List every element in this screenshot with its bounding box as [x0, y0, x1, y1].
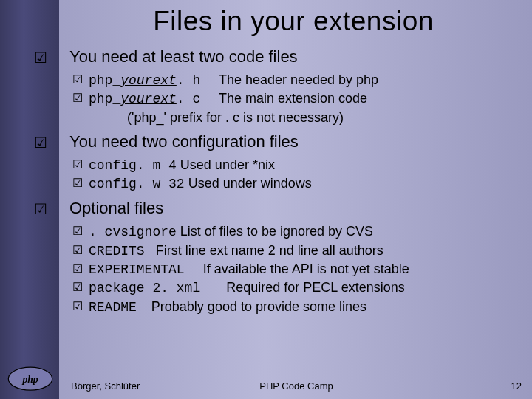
sidebar-stripe: [0, 0, 59, 399]
file-name: CREDITS: [89, 244, 145, 259]
file-mid: yourext: [120, 92, 177, 106]
section-code-files: ☑ You need at least two code files ☑ php…: [69, 47, 517, 126]
check-icon: ☑: [72, 157, 83, 173]
item-list: ☑ . cvsignore List of files to be ignore…: [69, 222, 517, 316]
slide-content: Files in your extension ☑ You need at le…: [59, 0, 532, 399]
list-item: ☑ CREDITS First line ext name 2 nd line …: [89, 242, 517, 260]
check-icon: ☑: [34, 200, 47, 218]
list-item: ☑ config. m 4 Used under *nix: [89, 156, 517, 174]
file-name: . cvsignore: [89, 225, 177, 239]
check-icon: ☑: [72, 90, 83, 106]
list-item: ☑ EXPERIMENTAL If available the API is n…: [89, 260, 517, 279]
list-item: ☑ config. w 32 Used under windows: [89, 174, 517, 193]
file-name: config. w 32: [89, 177, 185, 191]
file-desc: The main extension code: [219, 91, 367, 106]
file-desc: Required for PECL extensions: [226, 280, 404, 295]
slide-footer: Börger, Schlüter PHP Code Camp 12: [71, 381, 522, 392]
file-desc: Used under *nix: [180, 157, 275, 172]
section-heading: Optional files: [69, 199, 517, 218]
section-heading: You need two configuration files: [69, 132, 517, 151]
file-desc: The header needed by php: [219, 72, 378, 87]
check-icon: ☑: [72, 72, 83, 88]
section-heading: You need at least two code files: [69, 47, 517, 66]
file-suffix: . c: [177, 92, 200, 106]
section-config-files: ☑ You need two configuration files ☑ con…: [69, 132, 517, 194]
slide-title: Files in your extension: [69, 6, 517, 37]
list-item: ☑ php_yourext. c The main extension code: [89, 89, 517, 108]
file-desc: Probably good to provide some lines: [151, 299, 366, 314]
section-note: ('php_' prefix for . c is not necessary): [89, 109, 517, 126]
footer-page-number: 12: [511, 381, 522, 392]
file-desc: List of files to be ignored by CVS: [180, 224, 373, 239]
footer-title: PHP Code Camp: [259, 381, 332, 392]
php-logo-icon: php: [7, 366, 53, 392]
list-item: ☑ . cvsignore List of files to be ignore…: [89, 222, 517, 241]
list-item: ☑ README Probably good to provide some l…: [89, 298, 517, 316]
list-item: ☑ package 2. xml Required for PECL exten…: [89, 279, 517, 297]
item-list: ☑ config. m 4 Used under *nix ☑ config. …: [69, 156, 517, 194]
section-optional-files: ☑ Optional files ☑ . cvsignore List of f…: [69, 199, 517, 316]
check-icon: ☑: [72, 242, 83, 259]
check-icon: ☑: [34, 134, 47, 151]
file-prefix: php_: [89, 92, 120, 106]
check-icon: ☑: [72, 299, 83, 315]
file-name: config. m 4: [89, 158, 177, 173]
file-mid: yourext: [120, 73, 177, 88]
footer-authors: Börger, Schlüter: [71, 381, 140, 392]
svg-text:php: php: [21, 374, 38, 385]
file-prefix: php_: [89, 73, 120, 88]
check-icon: ☑: [72, 175, 83, 191]
file-suffix: . h: [177, 73, 200, 88]
file-name: README: [89, 300, 137, 315]
check-icon: ☑: [72, 223, 83, 239]
file-name: package 2. xml: [89, 281, 200, 296]
check-icon: ☑: [34, 49, 47, 66]
file-desc: If available the API is not yet stable: [203, 262, 409, 276]
file-desc: Used under windows: [188, 176, 312, 191]
file-desc: First line ext name 2 nd line all author…: [156, 243, 383, 258]
check-icon: ☑: [72, 279, 83, 296]
check-icon: ☑: [72, 261, 83, 277]
item-list: ☑ php_yourext. h The header needed by ph…: [69, 71, 517, 126]
list-item: ☑ php_yourext. h The header needed by ph…: [89, 71, 517, 89]
file-name: EXPERIMENTAL: [89, 262, 185, 277]
